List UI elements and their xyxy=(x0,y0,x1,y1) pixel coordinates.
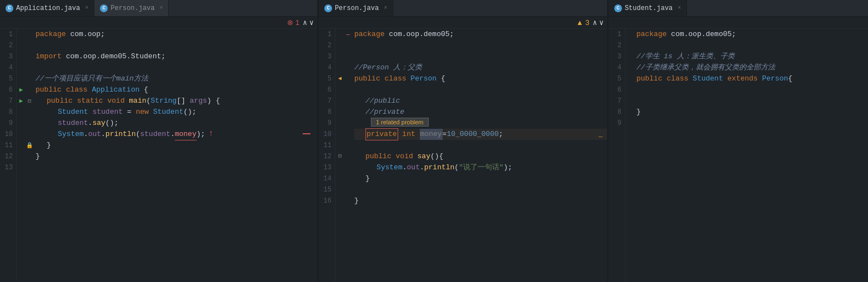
panel1-indicator-row: ⊗ 1 ∧ ∨ xyxy=(0,17,317,29)
p2-brace-close-2: } xyxy=(354,195,359,207)
p3-line-2 xyxy=(636,40,868,51)
kw-import-1: import xyxy=(36,51,62,62)
p3-cmt-1: //学生 is 人：派生类、子类 xyxy=(636,51,735,62)
java-icon-2: C xyxy=(324,4,332,12)
editor-panel-2: C Person.java × ▲ 3 ∧ ∨ 1 2 3 4 5 6 7 8 … xyxy=(319,0,608,282)
panel1-code-area: 1 2 3 4 5 6 7 8 9 10 11 12 13 xyxy=(0,29,317,282)
gc-2-15 xyxy=(335,184,344,195)
gc-1-4 xyxy=(17,62,26,73)
ln-2-8: 8 xyxy=(322,107,332,118)
p2-fn-println: println xyxy=(424,162,455,173)
sg-1-9 xyxy=(26,118,33,129)
panel2-indicator-row: ▲ 3 ∧ ∨ xyxy=(319,17,607,29)
paren-1: ( xyxy=(136,129,140,140)
sg-1-10 xyxy=(26,129,33,140)
tab-person-close-1[interactable]: × xyxy=(159,5,163,11)
sg-1-6 xyxy=(26,84,33,95)
tab-person-java-1[interactable]: C Person.java × xyxy=(94,0,169,16)
java-icon-1: C xyxy=(6,4,13,12)
p3-classname: Student xyxy=(693,73,723,84)
fn-say: say xyxy=(92,118,105,129)
p2-kw-int: int xyxy=(402,129,415,140)
p3-line-8: } xyxy=(636,107,868,118)
p2-dot-2: . xyxy=(420,162,424,173)
sg-1-12 xyxy=(26,151,33,162)
p2-line-1: package com.oop.demo05; xyxy=(354,29,607,40)
sg-1-2 xyxy=(26,40,33,51)
classname-1: Application xyxy=(92,84,139,95)
gc-2-3 xyxy=(335,51,344,62)
gc-3-7 xyxy=(625,95,634,107)
p2-paren-1: ( xyxy=(454,162,459,173)
call-parens-1: (); xyxy=(106,118,118,129)
code-line-1-2 xyxy=(36,40,317,51)
editor-panel-1: C Application.java × C Person.java × ⊗ 1… xyxy=(0,0,318,282)
p2-brace-close-1: } xyxy=(365,173,370,184)
p2-str-1: "说了一句话" xyxy=(459,162,504,173)
nav-up-2[interactable]: ∧ xyxy=(591,18,598,27)
dot-2: . xyxy=(84,129,88,140)
breakpoint-7[interactable]: ▶ xyxy=(19,95,23,107)
paren-close-1: ); xyxy=(197,129,205,140)
field-money: money xyxy=(175,129,197,140)
nav-down-2[interactable]: ∨ xyxy=(598,18,605,27)
gc-3-3 xyxy=(625,51,634,62)
panel2-tab-bar: C Person.java × xyxy=(319,0,607,17)
gc-1-5 xyxy=(17,73,26,84)
p2-brace-1: { xyxy=(441,73,445,84)
arrow-annotation: ↑ xyxy=(208,129,214,140)
ln-2-3: 3 xyxy=(322,51,332,62)
p2-semi: ; xyxy=(499,129,503,140)
tab-student-java[interactable]: C Student.java × xyxy=(609,0,687,16)
sg-2-10: – xyxy=(344,29,352,40)
brace-open-1: { xyxy=(144,84,148,95)
gc-2-13 xyxy=(335,162,344,173)
ln-2-4: 4 xyxy=(322,62,332,73)
ln-2-16: 16 xyxy=(322,195,332,207)
tab-application-close[interactable]: × xyxy=(85,5,88,11)
sg-1-3 xyxy=(26,51,33,62)
panel1-line-numbers: 1 2 3 4 5 6 7 8 9 10 11 12 13 xyxy=(0,29,17,282)
p2-line-6 xyxy=(354,84,607,95)
gc-1-10 xyxy=(17,129,26,140)
sg-1-4 xyxy=(26,62,33,73)
ln-3-1: 1 xyxy=(612,29,621,40)
gc-2-2 xyxy=(335,40,344,51)
gc-3-8 xyxy=(625,107,634,118)
p2-line-12: public void say(){ xyxy=(354,151,607,162)
p3-cmt-2: //子类继承父类，就会拥有父类的全部方法 xyxy=(636,62,775,73)
gc-3-2 xyxy=(625,40,634,51)
p2-field-money: money xyxy=(420,129,443,140)
type-student: Student xyxy=(58,107,88,118)
warning-underline-indicator: _ xyxy=(599,129,603,140)
p2-line-15 xyxy=(354,184,607,195)
nav-down-1[interactable]: ∨ xyxy=(308,18,315,27)
code-line-1-5: //一个项目应该只有一个main方法 xyxy=(36,73,317,84)
kw-public-1: public xyxy=(36,84,62,95)
p3-kw-public: public xyxy=(636,73,663,84)
p3-kw-package: package xyxy=(636,29,667,40)
kw-void-1: void xyxy=(107,95,124,107)
type-string-1: String xyxy=(150,95,177,107)
ln-1-8: 8 xyxy=(3,107,13,118)
ln-3-4: 4 xyxy=(612,62,621,73)
ln-2-10: 10 xyxy=(322,129,332,140)
p2-eq: = xyxy=(443,129,447,140)
gc-1-7: ▶ xyxy=(17,95,26,107)
tab-person-java-2[interactable]: C Person.java × xyxy=(319,0,393,16)
sg-1-7: ⊟ xyxy=(26,95,33,107)
red-arrow-icon: ↑ xyxy=(208,129,214,139)
ln-2-12: 12 xyxy=(322,151,332,162)
brace-open-2: { xyxy=(215,95,220,107)
nav-up-1[interactable]: ∧ xyxy=(302,18,308,27)
ln-1-12: 12 xyxy=(3,151,13,162)
breakpoint-6[interactable]: ▶ xyxy=(19,84,23,95)
p2-line-14: } xyxy=(354,173,607,184)
kw-package-1: package xyxy=(36,29,66,40)
tab-person-close-2[interactable]: × xyxy=(384,5,387,11)
panel3-code-lines: package com.oop.demo05; //学生 is 人：派生类、子类… xyxy=(634,29,868,282)
param-sig-1: ( xyxy=(147,95,151,107)
tab-application-java[interactable]: C Application.java × xyxy=(0,0,94,16)
p2-kw-package: package xyxy=(354,29,385,40)
tab-student-close[interactable]: × xyxy=(678,5,681,11)
